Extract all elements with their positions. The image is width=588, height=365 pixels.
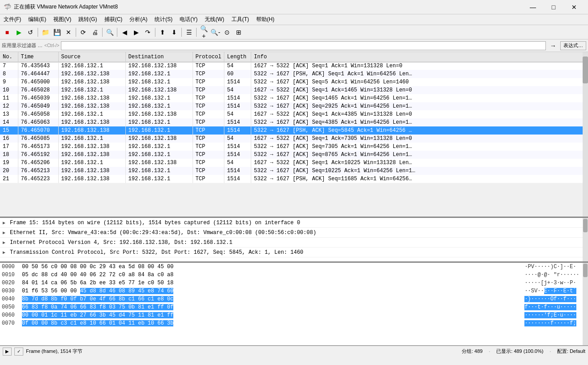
- cell-src: 192.168.132.1: [58, 62, 125, 70]
- cell-dst: 192.168.132.1: [125, 94, 193, 102]
- find-button[interactable]: 🔍: [104, 27, 115, 38]
- detail-expand-arrow[interactable]: ▶: [3, 230, 10, 235]
- menu-item-a[interactable]: 分析(A): [126, 14, 151, 25]
- menu-item-v[interactable]: 视图(V): [50, 14, 75, 25]
- table-row[interactable]: 1876.465192192.168.132.138192.168.132.1T…: [0, 151, 588, 159]
- col-header-length[interactable]: Length: [224, 52, 251, 62]
- table-row[interactable]: 1176.465039192.168.132.138192.168.132.1T…: [0, 94, 588, 102]
- detail-row[interactable]: ▶Internet Protocol Version 4, Src: 192.1…: [0, 238, 588, 248]
- cell-time: 76.465000: [18, 78, 58, 86]
- detail-row[interactable]: ▶Frame 15: 1514 bytes on wire (12112 bit…: [0, 218, 588, 228]
- close-capture-button[interactable]: ✕: [63, 27, 74, 38]
- cell-len: 54: [224, 62, 251, 70]
- cell-info: 5322 → 1627 [ACK] Seq=2925 Ack=1 Win=642…: [251, 102, 588, 110]
- go-back-button[interactable]: ◀: [119, 27, 130, 38]
- col-header-time[interactable]: Time: [18, 52, 58, 62]
- save-button[interactable]: 💾: [52, 27, 62, 38]
- hex-row: 00408b 7d d8 8b f0 0f b7 0e 4f 66 8b c1 …: [0, 295, 583, 303]
- hex-highlight-ascii: ·}······Of··f···: [524, 296, 576, 302]
- zoom-reset-button[interactable]: ⊙: [222, 27, 232, 38]
- resize-columns-button[interactable]: ⊞: [233, 27, 244, 38]
- minimize-button[interactable]: —: [523, 0, 543, 14]
- hex-offset: 0000: [2, 264, 22, 270]
- cell-no: 12: [0, 102, 18, 110]
- go-to-button[interactable]: ↷: [142, 27, 153, 38]
- packet-list-scrollbar[interactable]: [583, 52, 588, 217]
- col-header-info[interactable]: Info: [251, 52, 588, 62]
- reload-button[interactable]: ⟳: [78, 27, 89, 38]
- table-row[interactable]: 1576.465070192.168.132.138192.168.132.1T…: [0, 126, 588, 135]
- menu-item-w[interactable]: 无线(W): [201, 14, 227, 25]
- table-row[interactable]: 1976.465206192.168.132.1192.168.132.138T…: [0, 159, 588, 167]
- zoom-out-button[interactable]: 🔍-: [210, 27, 221, 38]
- table-row[interactable]: 1676.465085192.168.132.1192.168.132.138T…: [0, 135, 588, 143]
- detail-expand-arrow[interactable]: ▶: [3, 220, 10, 226]
- detail-expand-arrow[interactable]: ▶: [3, 240, 10, 245]
- toolbar-sep-7: [196, 28, 197, 37]
- detail-scrollbar[interactable]: [583, 218, 588, 261]
- table-row[interactable]: 1376.465058192.168.132.1192.168.132.138T…: [0, 110, 588, 118]
- hex-ascii: ······'f;E·u····: [518, 312, 581, 318]
- status-play-button[interactable]: ▶: [3, 348, 12, 356]
- scroll-up-button[interactable]: ⬆: [157, 27, 168, 38]
- cell-info: 5322 → 1627 [ACK] Seq=7305 Ack=1 Win=642…: [251, 143, 588, 151]
- scroll-down-button[interactable]: ⬇: [169, 27, 180, 38]
- hex-bytes: 05 dc 88 cd 40 00 40 06 22 72 c0 a8 84 8…: [22, 272, 518, 278]
- close-button[interactable]: ✕: [564, 0, 584, 14]
- table-row[interactable]: 1076.465028192.168.132.1192.168.132.138T…: [0, 86, 588, 94]
- menu-item-h[interactable]: 帮助(H): [253, 14, 278, 25]
- cell-no: 17: [0, 143, 18, 151]
- cell-info: 5322 → 1627 [ACK] Seq=4385 Ack=1 Win=642…: [251, 118, 588, 126]
- detail-text: Frame 15: 1514 bytes on wire (12112 bits…: [10, 220, 585, 226]
- cell-dst: 192.168.132.1: [125, 102, 193, 110]
- menu-item-g[interactable]: 跳转(G): [75, 14, 100, 25]
- window-title: 正在捕获 VMware Network Adapter VMnet8: [14, 3, 523, 11]
- status-check-button[interactable]: ✓: [14, 348, 23, 356]
- detail-expand-arrow[interactable]: ▶: [3, 250, 10, 255]
- expression-button[interactable]: 表达式…: [560, 41, 586, 50]
- cell-len: 54: [224, 86, 251, 94]
- col-header-destination[interactable]: Destination: [125, 52, 193, 62]
- filter-shortcut: <Ctrl-/>: [44, 43, 59, 48]
- cell-proto: TCP: [193, 143, 224, 151]
- table-row[interactable]: 2076.465213192.168.132.138192.168.132.1T…: [0, 167, 588, 175]
- col-header-source[interactable]: Source: [58, 52, 125, 62]
- restart-capture-button[interactable]: ↺: [25, 27, 36, 38]
- col-header-protocol[interactable]: Protocol: [193, 52, 224, 62]
- hex-offset: 0030: [2, 288, 22, 294]
- hex-highlight-ascii: ······'f;E·u····: [524, 312, 576, 318]
- table-row[interactable]: 776.435643192.168.132.1192.168.132.138TC…: [0, 62, 588, 70]
- cell-no: 21: [0, 175, 18, 183]
- table-row[interactable]: 876.464447192.168.132.138192.168.132.1TC…: [0, 70, 588, 78]
- menu-item-t[interactable]: 工具(T): [228, 14, 253, 25]
- print-button[interactable]: 🖨: [90, 27, 100, 38]
- menu-item-c[interactable]: 捕获(C): [101, 14, 126, 25]
- filter-arrow-button[interactable]: →: [548, 40, 558, 51]
- colorize-button[interactable]: ☰: [184, 27, 194, 38]
- table-row[interactable]: 976.465000192.168.132.138192.168.132.1TC…: [0, 78, 588, 86]
- menu-item-y[interactable]: 电话(Y): [176, 14, 201, 25]
- cell-len: 1514: [224, 102, 251, 110]
- start-capture-button[interactable]: ▶: [13, 27, 24, 38]
- menu-item-f[interactable]: 文件(F): [0, 14, 25, 25]
- cell-len: 1514: [224, 94, 251, 102]
- table-row[interactable]: 1476.465063192.168.132.138192.168.132.1T…: [0, 118, 588, 126]
- hex-scrollbar[interactable]: [583, 263, 588, 345]
- open-button[interactable]: 📁: [40, 27, 51, 38]
- filter-input[interactable]: [61, 41, 546, 50]
- menu-item-e[interactable]: 编辑(E): [25, 14, 50, 25]
- go-forward-button[interactable]: ▶: [131, 27, 142, 38]
- table-row[interactable]: 2176.465223192.168.132.138192.168.132.1T…: [0, 175, 588, 183]
- toolbar-sep-4: [117, 28, 117, 37]
- packet-list: No. Time Source Destination Protocol Len…: [0, 52, 588, 183]
- detail-row[interactable]: ▶Ethernet II, Src: Vmware_43:ea:5d (00:0…: [0, 228, 588, 238]
- maximize-button[interactable]: □: [543, 0, 564, 14]
- col-header-no[interactable]: No.: [0, 52, 18, 62]
- cell-time: 76.435643: [18, 62, 58, 70]
- detail-row[interactable]: ▶Transmission Control Protocol, Src Port…: [0, 248, 588, 257]
- table-row[interactable]: 1276.465049192.168.132.138192.168.132.1T…: [0, 102, 588, 110]
- stop-capture-button[interactable]: ■: [2, 27, 13, 38]
- zoom-in-button[interactable]: 🔍+: [198, 27, 209, 38]
- menu-item-s[interactable]: 统计(S): [151, 14, 176, 25]
- table-row[interactable]: 1776.465173192.168.132.138192.168.132.1T…: [0, 143, 588, 151]
